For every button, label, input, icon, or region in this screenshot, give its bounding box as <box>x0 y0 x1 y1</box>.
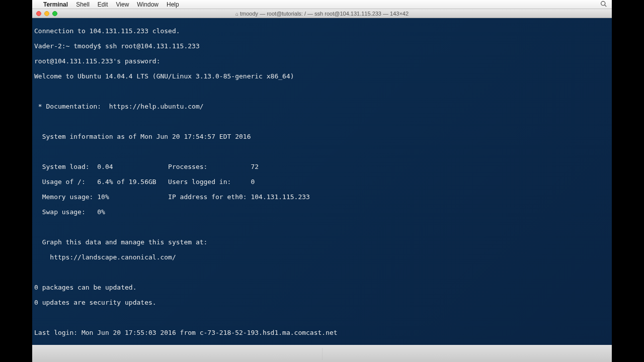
menu-help[interactable]: Help <box>167 1 179 8</box>
output-line: Usage of /: 6.4% of 19.56GB Users logged… <box>34 178 610 186</box>
macos-menubar: Terminal Shell Edit View Window Help <box>32 0 612 9</box>
menu-shell[interactable]: Shell <box>76 1 90 8</box>
minimize-window-button[interactable] <box>44 11 49 16</box>
svg-line-1 <box>605 5 606 6</box>
menu-window[interactable]: Window <box>137 1 158 8</box>
output-line: Vader-2:~ tmoody$ ssh root@104.131.115.2… <box>34 42 610 50</box>
menu-edit[interactable]: Edit <box>98 1 108 8</box>
window-title: ⌂ tmoody — root@tutorials: / — ssh root@… <box>32 11 612 17</box>
output-line: Last login: Mon Jun 20 17:55:03 2016 fro… <box>34 329 610 336</box>
dock-background <box>32 345 612 362</box>
output-line: * Documentation: https://help.ubuntu.com… <box>34 103 610 110</box>
output-line: System information as of Mon Jun 20 17:5… <box>34 133 610 140</box>
output-line: Welcome to Ubuntu 14.04.4 LTS (GNU/Linux… <box>34 72 610 80</box>
output-line: https://landscape.canonical.com/ <box>34 253 610 261</box>
spotlight-search-icon[interactable] <box>600 1 607 9</box>
close-window-button[interactable] <box>36 11 41 16</box>
home-icon: ⌂ <box>235 11 238 17</box>
output-line: Graph this data and manage this system a… <box>34 238 610 246</box>
output-line: System load: 0.04 Processes: 72 <box>34 163 610 170</box>
output-line: 0 packages can be updated. <box>34 284 610 291</box>
output-line: Connection to 104.131.115.233 closed. <box>34 27 610 35</box>
window-titlebar: ⌂ tmoody — root@tutorials: / — ssh root@… <box>32 9 612 18</box>
zoom-window-button[interactable] <box>52 11 57 16</box>
menu-view[interactable]: View <box>116 1 129 8</box>
menu-app-name[interactable]: Terminal <box>43 1 68 8</box>
output-line: Swap usage: 0% <box>34 208 610 216</box>
terminal-content[interactable]: Connection to 104.131.115.233 closed. Va… <box>32 18 612 345</box>
output-line: Memory usage: 10% IP address for eth0: 1… <box>34 193 610 201</box>
svg-point-0 <box>601 1 605 5</box>
output-line: 0 updates are security updates. <box>34 299 610 306</box>
output-line: root@104.131.115.233's password: <box>34 57 610 65</box>
